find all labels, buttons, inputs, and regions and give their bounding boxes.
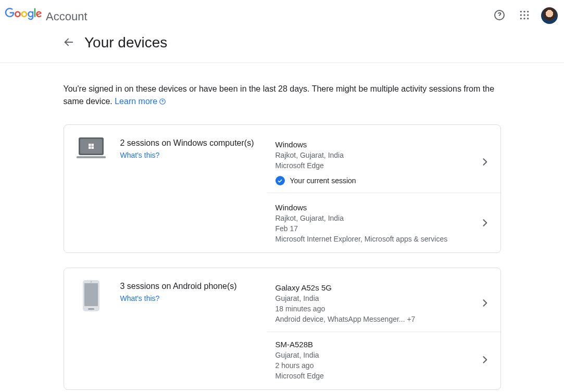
help-icon: [493, 9, 506, 23]
learn-more-label: Learn more: [115, 97, 157, 106]
header-actions: [489, 5, 558, 26]
svg-point-13: [162, 103, 163, 103]
svg-rect-16: [77, 156, 106, 158]
back-button[interactable]: [62, 36, 75, 49]
svg-point-2: [520, 10, 522, 12]
session-row[interactable]: Windows Rajkot, Gujarat, India Microsoft…: [267, 136, 500, 193]
svg-point-9: [523, 18, 525, 19]
session-time: Feb 17: [275, 223, 474, 234]
session-time: 2 hours ago: [275, 360, 474, 371]
whats-this-link[interactable]: What's this?: [120, 294, 160, 302]
session-location: Rajkot, Gujarat, India: [275, 213, 474, 223]
apps-grid-icon: [519, 10, 530, 22]
chevron-right-icon: [474, 157, 490, 169]
check-circle-icon: [275, 176, 285, 185]
app-header: Account: [0, 0, 564, 31]
svg-point-10: [527, 18, 529, 19]
svg-point-24: [91, 282, 92, 283]
account-avatar[interactable]: [541, 7, 558, 24]
session-list: Galaxy A52s 5G Gujarat, India 18 minutes…: [267, 280, 500, 384]
session-location: Gujarat, India: [275, 293, 474, 304]
arrow-left-icon: [63, 36, 74, 49]
svg-point-8: [520, 18, 522, 19]
chevron-right-icon: [474, 218, 490, 230]
session-device-name: SM-A528B: [275, 339, 474, 350]
session-apps: Microsoft Internet Explorer, Microsoft a…: [275, 234, 474, 244]
help-inline-icon: [159, 98, 166, 105]
svg-point-3: [523, 10, 525, 12]
svg-rect-23: [88, 308, 94, 310]
session-device-name: Windows: [275, 203, 474, 213]
apps-button[interactable]: [514, 5, 535, 26]
svg-point-5: [520, 14, 522, 16]
laptop-icon: [77, 136, 106, 247]
session-device-name: Windows: [275, 140, 474, 150]
session-row[interactable]: Windows Rajkot, Gujarat, India Feb 17 Mi…: [267, 193, 500, 247]
device-group-title: 3 sessions on Android phone(s): [120, 281, 267, 292]
phone-icon: [77, 280, 106, 384]
svg-rect-19: [89, 147, 91, 149]
device-group-title: 2 sessions on Windows computer(s): [120, 137, 267, 149]
session-row[interactable]: Galaxy A52s 5G Gujarat, India 18 minutes…: [267, 280, 500, 332]
help-button[interactable]: [489, 5, 510, 26]
session-apps: Microsoft Edge: [275, 160, 474, 171]
session-apps: Microsoft Edge: [275, 371, 474, 381]
logo-lockup[interactable]: Account: [4, 8, 87, 23]
device-group-header: 3 sessions on Android phone(s) What's th…: [64, 280, 267, 384]
current-session-label: Your current session: [290, 176, 356, 185]
google-logo-icon: [4, 8, 43, 20]
svg-point-7: [527, 14, 529, 16]
whats-this-link[interactable]: What's this?: [120, 151, 160, 159]
svg-rect-17: [89, 144, 91, 146]
svg-point-4: [527, 10, 529, 12]
chevron-right-icon: [474, 355, 490, 366]
session-location: Rajkot, Gujarat, India: [275, 150, 474, 160]
current-session-badge: Your current session: [275, 176, 474, 185]
session-time: 18 minutes ago: [275, 304, 474, 314]
svg-rect-18: [91, 144, 94, 146]
svg-rect-15: [80, 139, 102, 154]
device-group-card: 2 sessions on Windows computer(s) What's…: [64, 124, 501, 253]
svg-point-6: [523, 14, 525, 16]
learn-more-link[interactable]: Learn more: [115, 97, 166, 106]
page-title: Your devices: [84, 34, 167, 51]
svg-rect-20: [91, 147, 94, 149]
session-location: Gujarat, India: [275, 350, 474, 360]
session-apps: Android device, WhatsApp Messenger... +7: [275, 314, 474, 324]
session-device-name: Galaxy A52s 5G: [275, 283, 474, 293]
device-group-header: 2 sessions on Windows computer(s) What's…: [64, 136, 267, 247]
content: You're signed in on these devices or hav…: [0, 63, 564, 392]
svg-point-1: [499, 17, 499, 18]
session-row[interactable]: SM-A528B Gujarat, India 2 hours ago Micr…: [267, 332, 500, 384]
device-group-card: 3 sessions on Android phone(s) What's th…: [64, 268, 501, 390]
intro-text: You're signed in on these devices or hav…: [64, 83, 501, 108]
chevron-right-icon: [474, 298, 490, 310]
product-name: Account: [46, 10, 87, 23]
page-title-row: Your devices: [0, 31, 564, 62]
svg-rect-22: [84, 283, 98, 306]
session-list: Windows Rajkot, Gujarat, India Microsoft…: [267, 136, 500, 247]
